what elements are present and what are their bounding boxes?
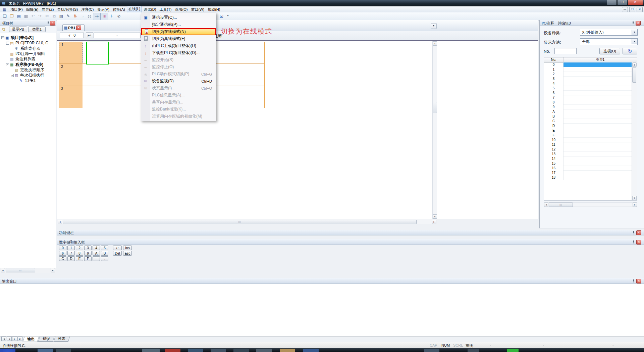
table-row[interactable]: 18 [544,175,632,180]
tree-item[interactable]: PLC[FP0R C10, C [0,40,56,46]
table-row[interactable]: 8 [544,100,632,105]
close-panel-icon[interactable] [636,230,641,235]
scrollbar-thumb[interactable] [6,268,35,272]
scroll-left-icon[interactable]: ◄ [1,268,5,272]
new-file-icon[interactable] [1,13,8,19]
keypad-key[interactable]: E [76,256,83,261]
tab-close-icon[interactable] [76,26,81,30]
menu-item[interactable]: 项目(P) [9,6,24,12]
redo-icon[interactable] [37,13,44,19]
comment-cell[interactable] [564,166,632,171]
convert-icon[interactable] [72,13,79,19]
table-row[interactable]: 14 [544,157,632,161]
menu-option[interactable]: PLC信息显示(A)... [141,92,216,99]
table-row[interactable]: 12 [544,147,632,152]
comment-cell[interactable] [564,161,632,166]
keypad-key[interactable]: 7 [67,251,75,256]
tree-item[interactable]: 更改执行顺序 [0,67,56,73]
comment-cell[interactable] [564,86,632,91]
table-row[interactable]: B [544,114,632,119]
editor-horizontal-scrollbar[interactable]: ◄ ► [57,219,437,224]
scroll-left-icon[interactable]: ◄ [58,220,62,224]
ladder-row-header[interactable]: 3 [59,86,83,108]
menu-item[interactable]: 注释(C) [79,6,95,12]
table-row[interactable]: 3 [544,77,632,81]
comment-cell[interactable] [564,157,632,161]
menu-option[interactable]: 下载至PLC(项目整体)(D)... [141,49,216,56]
menu-option[interactable]: 状态显示(I)... Ctrl+Q [141,85,216,92]
editor-vertical-scrollbar[interactable]: ▲ ▼ [432,41,437,219]
close-panel-icon[interactable] [636,240,641,245]
keypad-key[interactable]: 0 [59,246,66,250]
mdi-minimize-button[interactable]: — [622,7,628,12]
monitor-toggle-icon[interactable]: ▶⁄‖ [86,32,93,39]
enter-key[interactable]: ↵ [113,246,122,250]
save-icon[interactable] [15,13,22,19]
scroll-up-icon[interactable]: ▲ [433,41,437,46]
menu-option[interactable]: 监控Bank指定(K)... [141,106,216,113]
taskbar-item[interactable] [233,349,249,352]
tree-item[interactable]: I/O注释一并编辑 [0,51,56,56]
tree-item[interactable]: 系统寄存器 [0,46,56,51]
pin-icon[interactable] [632,240,635,244]
keypad-key[interactable]: C [59,256,66,261]
taskbar-item[interactable] [211,349,226,352]
taskbar-item[interactable] [507,349,519,352]
paste-icon[interactable] [58,13,65,19]
comment-cell[interactable] [564,119,632,124]
comment-cell[interactable] [564,105,632,109]
tab-list-dropdown-icon[interactable]: ▼ [431,23,437,29]
table-row[interactable]: A [544,109,632,114]
menu-item[interactable]: 选项(O) [173,6,190,12]
keypad-key[interactable]: 4 [93,246,100,250]
tree-expander-icon[interactable] [11,74,14,77]
show-pb-button[interactable]: 显示PB [9,27,27,32]
view-switch-icon[interactable] [1,26,7,32]
menu-item[interactable]: 调试(D) [142,6,158,12]
scrollbar-thumb[interactable] [63,220,417,224]
comment-cell[interactable] [564,109,632,114]
close-panel-icon[interactable] [50,21,55,26]
edit-comment-icon[interactable] [65,13,72,19]
tree-item[interactable]: 块注释列表 [0,56,56,62]
menu-option[interactable]: 设备监视(D) Ctrl+D [141,78,216,85]
taskbar-item[interactable] [56,349,71,352]
minimize-button[interactable]: — [607,0,617,5]
jump-icon[interactable] [79,13,86,19]
comment-cell[interactable] [564,62,632,67]
keypad-key[interactable]: B [101,251,108,256]
table-row[interactable]: 11 [544,142,632,147]
output-tab[interactable]: 错误 [38,337,55,342]
table-row[interactable]: 7 [544,95,632,100]
table-row[interactable]: 16 [544,166,632,171]
pin-icon[interactable] [47,21,50,25]
tree-horizontal-scrollbar[interactable]: ◄ ► [0,268,56,273]
taskbar-item[interactable] [0,349,15,352]
keypad-key[interactable]: 5 [101,246,108,250]
taskbar-item[interactable] [188,349,203,352]
display-method-select[interactable]: 全部 [580,38,638,45]
refresh-button[interactable] [623,48,637,54]
options-button[interactable]: 选项(O) [599,48,620,54]
comment-cell[interactable] [564,175,632,180]
tab-nav-icon[interactable]: |◀ [1,337,6,341]
menu-option[interactable]: 切换为在线模式(N) [141,28,216,35]
tree-expander-icon[interactable] [6,63,9,66]
tree-expander-icon[interactable] [1,36,4,39]
taskbar-item[interactable] [303,349,319,352]
menu-item[interactable]: 向导(Z) [40,6,55,12]
menu-option[interactable]: 运算用内存区域的初始化(M) [141,113,216,120]
taskbar-item[interactable] [256,349,272,352]
tab-pb1[interactable]: PB1 [62,24,85,31]
comment-cell[interactable] [564,138,632,142]
coil-icon[interactable] [115,13,122,19]
table-row[interactable]: 17 [544,171,632,175]
table-row[interactable]: 10 [544,138,632,142]
menu-option[interactable]: 切换为离线模式(F) [141,35,216,42]
menu-item[interactable]: 转换(A) [111,6,127,12]
table-row[interactable]: 15 [544,161,632,166]
table-row[interactable]: 0 [544,62,632,67]
scroll-right-icon[interactable]: ► [432,220,436,224]
keypad-key[interactable]: . [101,256,108,261]
device-type-select[interactable]: X (外部输入) [580,29,638,36]
